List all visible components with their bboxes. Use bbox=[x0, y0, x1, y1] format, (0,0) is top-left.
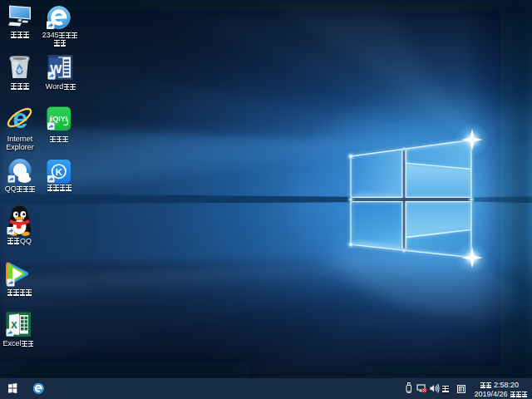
svg-text:X: X bbox=[11, 320, 17, 330]
svg-text:K: K bbox=[56, 167, 63, 177]
svg-text:iQIYI: iQIYI bbox=[51, 115, 67, 123]
